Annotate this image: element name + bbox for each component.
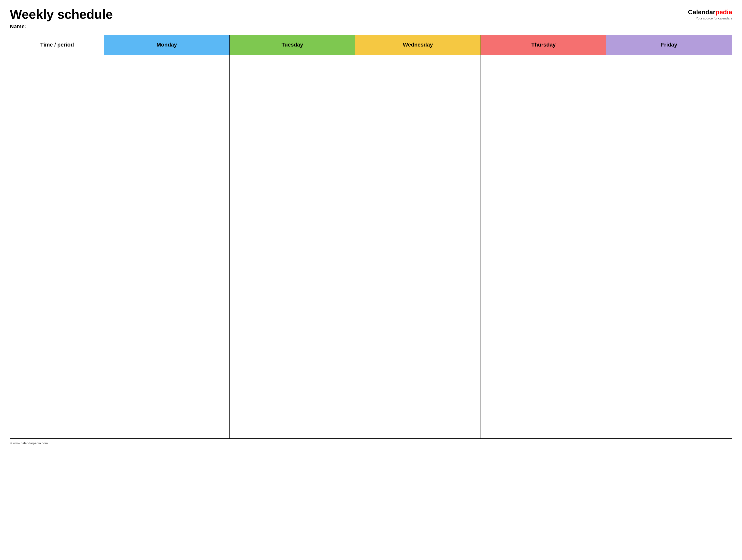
schedule-cell[interactable] [481,375,606,407]
schedule-cell[interactable] [481,279,606,311]
time-cell[interactable] [10,311,104,343]
table-row [10,343,732,375]
footer-url: © www.calendarpedia.com [10,441,48,445]
table-row [10,311,732,343]
schedule-cell[interactable] [229,279,355,311]
schedule-cell[interactable] [229,247,355,279]
schedule-cell[interactable] [104,375,229,407]
page-header: Weekly schedule Name: Calendarpedia Your… [10,7,732,30]
schedule-cell[interactable] [229,311,355,343]
schedule-cell[interactable] [481,215,606,247]
logo-tagline: Your source for calendars [696,16,732,20]
schedule-cell[interactable] [355,55,481,87]
schedule-table: Time / period Monday Tuesday Wednesday T… [10,35,732,439]
schedule-cell[interactable] [606,247,732,279]
schedule-cell[interactable] [104,183,229,215]
time-cell[interactable] [10,119,104,151]
footer: © www.calendarpedia.com [10,441,732,445]
schedule-cell[interactable] [229,375,355,407]
col-header-tuesday: Tuesday [229,35,355,55]
title-section: Weekly schedule Name: [10,7,113,30]
schedule-cell[interactable] [355,183,481,215]
schedule-cell[interactable] [355,151,481,183]
schedule-cell[interactable] [481,151,606,183]
table-row [10,55,732,87]
time-cell[interactable] [10,279,104,311]
col-header-monday: Monday [104,35,229,55]
time-cell[interactable] [10,55,104,87]
schedule-cell[interactable] [481,247,606,279]
time-cell[interactable] [10,375,104,407]
time-cell[interactable] [10,151,104,183]
col-header-time: Time / period [10,35,104,55]
schedule-cell[interactable] [355,215,481,247]
schedule-cell[interactable] [481,183,606,215]
schedule-cell[interactable] [104,87,229,119]
schedule-cell[interactable] [104,247,229,279]
schedule-cell[interactable] [355,343,481,375]
table-row [10,151,732,183]
schedule-cell[interactable] [104,55,229,87]
schedule-cell[interactable] [481,55,606,87]
schedule-cell[interactable] [355,87,481,119]
schedule-cell[interactable] [481,119,606,151]
schedule-cell[interactable] [104,151,229,183]
schedule-cell[interactable] [606,215,732,247]
schedule-cell[interactable] [104,215,229,247]
schedule-cell[interactable] [229,215,355,247]
schedule-cell[interactable] [104,343,229,375]
schedule-cell[interactable] [606,119,732,151]
table-row [10,87,732,119]
time-cell[interactable] [10,183,104,215]
schedule-cell[interactable] [355,119,481,151]
schedule-cell[interactable] [229,407,355,439]
time-cell[interactable] [10,407,104,439]
schedule-cell[interactable] [355,311,481,343]
schedule-cell[interactable] [606,87,732,119]
table-row [10,407,732,439]
schedule-cell[interactable] [606,375,732,407]
schedule-cell[interactable] [229,343,355,375]
schedule-cell[interactable] [606,311,732,343]
schedule-cell[interactable] [229,183,355,215]
schedule-cell[interactable] [229,119,355,151]
logo-calendar: Calendar [688,8,716,16]
schedule-cell[interactable] [481,407,606,439]
table-row [10,183,732,215]
time-cell[interactable] [10,343,104,375]
schedule-cell[interactable] [229,87,355,119]
table-row [10,375,732,407]
schedule-cell[interactable] [606,183,732,215]
schedule-cell[interactable] [606,279,732,311]
col-header-friday: Friday [606,35,732,55]
table-row [10,247,732,279]
name-label: Name: [10,23,113,30]
table-row [10,119,732,151]
schedule-cell[interactable] [606,343,732,375]
schedule-cell[interactable] [481,343,606,375]
schedule-cell[interactable] [606,151,732,183]
table-header-row: Time / period Monday Tuesday Wednesday T… [10,35,732,55]
schedule-cell[interactable] [229,55,355,87]
table-row [10,215,732,247]
schedule-cell[interactable] [104,119,229,151]
schedule-cell[interactable] [355,247,481,279]
logo-section: Calendarpedia Your source for calendars [688,8,732,20]
schedule-cell[interactable] [355,375,481,407]
logo-text: Calendarpedia [688,8,732,16]
time-cell[interactable] [10,247,104,279]
schedule-cell[interactable] [104,311,229,343]
schedule-cell[interactable] [104,279,229,311]
schedule-cell[interactable] [481,311,606,343]
schedule-cell[interactable] [355,279,481,311]
time-cell[interactable] [10,87,104,119]
schedule-cell[interactable] [104,407,229,439]
schedule-cell[interactable] [606,55,732,87]
time-cell[interactable] [10,215,104,247]
schedule-cell[interactable] [606,407,732,439]
schedule-cell[interactable] [355,407,481,439]
schedule-cell[interactable] [229,151,355,183]
table-row [10,279,732,311]
page-title: Weekly schedule [10,7,113,21]
schedule-cell[interactable] [481,87,606,119]
